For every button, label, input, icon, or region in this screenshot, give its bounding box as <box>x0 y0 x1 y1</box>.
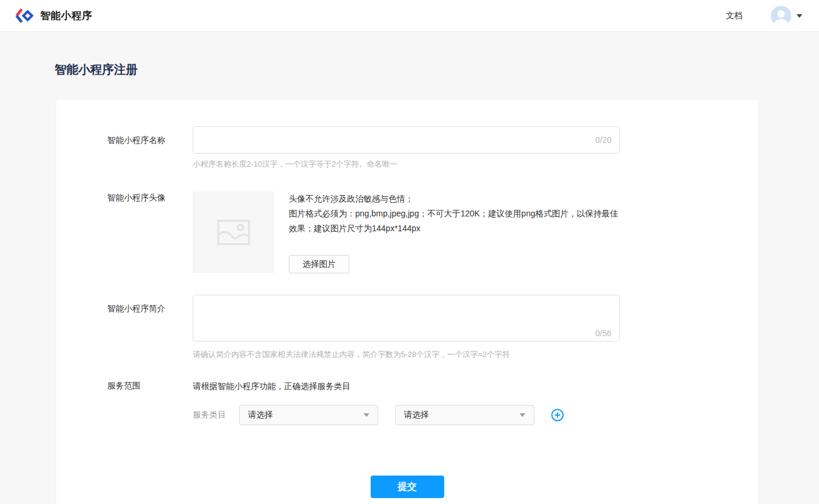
user-avatar-icon <box>771 6 791 26</box>
plus-circle-icon <box>551 409 564 422</box>
service-scope-row: 服务范围 请根据智能小程序功能，正确选择服务类目 服务类目 请选择 请选择 <box>56 381 758 425</box>
service-category-label: 服务类目 <box>193 410 239 420</box>
service-scope-label: 服务范围 <box>107 381 193 425</box>
avatar-label: 智能小程序头像 <box>107 192 193 273</box>
avatar[interactable] <box>771 6 791 26</box>
intro-label: 智能小程序简介 <box>107 295 193 360</box>
category-select-level1-value: 请选择 <box>248 410 364 420</box>
intro-textarea[interactable] <box>193 295 620 342</box>
image-upload-dropzone[interactable] <box>193 192 274 273</box>
submit-button[interactable]: 提交 <box>371 476 444 498</box>
top-nav-bar: 智能小程序 文档 <box>0 0 819 32</box>
image-placeholder-icon <box>215 214 252 251</box>
service-scope-instruction: 请根据智能小程序功能，正确选择服务类目 <box>193 381 726 392</box>
account-menu[interactable] <box>771 6 802 26</box>
avatar-field-row: 智能小程序头像 头像不允许涉及政治敏感与色情； 图片格式必须为：png,bmp,… <box>56 192 758 273</box>
category-select-level2-value: 请选择 <box>404 410 520 420</box>
choose-image-button[interactable]: 选择图片 <box>289 255 349 273</box>
intro-field-row: 智能小程序简介 0/56 请确认简介内容不含国家相关法律法规禁止内容，简介字数为… <box>56 295 758 360</box>
intro-hint: 请确认简介内容不含国家相关法律法规禁止内容，简介字数为5-28个汉字，一个汉字=… <box>193 349 620 360</box>
name-label: 智能小程序名称 <box>107 126 193 170</box>
page-title: 智能小程序注册 <box>55 62 819 78</box>
add-category-button[interactable] <box>551 409 564 422</box>
brand[interactable]: 智能小程序 <box>15 8 93 24</box>
name-hint: 小程序名称长度2-10汉字，一个汉字等于2个字符。命名唯一 <box>193 159 620 170</box>
chevron-down-icon <box>364 413 369 417</box>
name-field-row: 智能小程序名称 0/20 小程序名称长度2-10汉字，一个汉字等于2个字符。命名… <box>56 126 758 170</box>
chevron-down-icon <box>520 413 525 417</box>
brand-name: 智能小程序 <box>40 9 93 23</box>
name-input[interactable] <box>193 126 620 154</box>
chevron-down-icon <box>796 14 802 18</box>
avatar-rule-line-2: 图片格式必须为：png,bmp,jpeg,jpg；不可大于120K；建议使用pn… <box>289 206 621 236</box>
registration-form-card: 智能小程序名称 0/20 小程序名称长度2-10汉字，一个汉字等于2个字符。命名… <box>56 100 758 504</box>
avatar-rule-line-1: 头像不允许涉及政治敏感与色情； <box>289 192 621 206</box>
smart-program-logo-icon <box>15 8 35 24</box>
category-select-level2[interactable]: 请选择 <box>395 405 534 425</box>
docs-link[interactable]: 文档 <box>726 11 742 21</box>
submit-row: 提交 <box>56 476 758 498</box>
category-select-level1[interactable]: 请选择 <box>239 405 378 425</box>
